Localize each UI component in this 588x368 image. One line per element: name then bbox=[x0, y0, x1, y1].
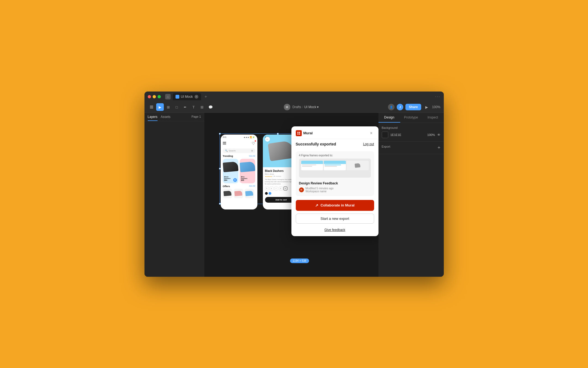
color-blue[interactable] bbox=[269, 192, 271, 195]
offer-item-3[interactable] bbox=[245, 189, 254, 198]
right-panel: Design Prototype Inspect Background 1E1E… bbox=[378, 113, 444, 277]
add-tab-button[interactable]: + bbox=[203, 94, 209, 99]
phone-frame-1: 9:41 ▲▲▲ 📶 🔋 ♡ bbox=[221, 135, 257, 209]
present-button[interactable]: ▶ bbox=[423, 104, 430, 110]
dialog-close-button[interactable]: × bbox=[369, 130, 374, 136]
add-export-button[interactable]: + bbox=[438, 145, 441, 151]
chevron-down-icon: ▾ bbox=[317, 105, 319, 109]
inspect-tab[interactable]: Inspect bbox=[422, 113, 444, 123]
dialog-body: 4 Figma frames exported to: bbox=[291, 149, 378, 236]
add-to-cart-icon[interactable]: + bbox=[233, 178, 237, 182]
left-panel: Layers Assets Page 1 bbox=[144, 113, 204, 277]
background-label: Background bbox=[382, 126, 441, 129]
user-avatar-m: M bbox=[284, 104, 290, 110]
share-button[interactable]: Share bbox=[405, 104, 421, 110]
mural-logo-icon bbox=[296, 130, 302, 136]
product-card-black-dashers[interactable]: BlackDashers $64 + bbox=[223, 159, 238, 183]
color-black[interactable] bbox=[265, 192, 268, 195]
size-7[interactable]: 7 bbox=[274, 187, 278, 190]
mural-export-dialog: Mural × Successfully exported Log out 4 … bbox=[291, 126, 378, 236]
fullscreen-traffic-light[interactable] bbox=[158, 95, 161, 98]
background-opacity[interactable]: 100% bbox=[427, 133, 435, 136]
select-tool[interactable]: ▶ bbox=[156, 103, 164, 111]
export-preview-card: 4 Figma frames exported to: bbox=[296, 151, 374, 196]
svg-rect-3 bbox=[297, 132, 298, 133]
design-tab[interactable]: Design bbox=[378, 113, 400, 123]
search-bar[interactable]: 🔍 Search ⊞ bbox=[223, 148, 255, 153]
traffic-lights bbox=[148, 95, 161, 98]
page-tab[interactable]: Page 1 bbox=[192, 115, 201, 121]
tab-label: UI Mock bbox=[181, 95, 193, 99]
tab-figma-icon bbox=[176, 95, 179, 99]
trending-section: Trending See All bbox=[221, 155, 257, 157]
size-5[interactable]: 5 bbox=[265, 187, 269, 190]
comment-tool[interactable]: 💬 bbox=[207, 103, 214, 111]
eye-icon[interactable]: 👁 bbox=[437, 133, 441, 137]
mural-card-meta: D Modified 5 minutes ago Workspace name bbox=[299, 187, 371, 193]
frames-exported-label: 4 Figma frames exported to: bbox=[296, 151, 374, 159]
mural-card-title: Design Review Feedback bbox=[299, 181, 371, 185]
back-button[interactable]: ← bbox=[265, 137, 270, 142]
start-new-export-button[interactable]: Start a new export bbox=[296, 214, 374, 224]
background-color-hex[interactable]: 1E1E1E bbox=[390, 133, 425, 136]
export-success-text: Successfully exported bbox=[296, 142, 336, 146]
offer-item-1[interactable] bbox=[223, 189, 232, 198]
component-tool[interactable]: ⊞ bbox=[198, 103, 206, 111]
phone-1-screen: 9:41 ▲▲▲ 📶 🔋 ♡ bbox=[221, 135, 257, 209]
dialog-subheader: Successfully exported Log out bbox=[291, 139, 378, 149]
tool-group-left: ▶ ⊞ □ ✒ T ⊞ 💬 bbox=[148, 103, 214, 111]
size-8[interactable]: 8 bbox=[279, 187, 283, 190]
dimension-badge: 1194 × 538 bbox=[290, 258, 309, 263]
size-9[interactable]: 9 bbox=[284, 187, 287, 190]
give-feedback-link[interactable]: Give feedback bbox=[296, 228, 374, 232]
collaborate-button[interactable]: ↗ Collaborate in Mural bbox=[296, 200, 374, 211]
panel-tabs: Layers Assets Page 1 bbox=[144, 113, 204, 121]
product-card-blue-dashers[interactable]: BlueDashers $95 bbox=[240, 159, 255, 183]
shape-tool[interactable]: □ bbox=[173, 103, 181, 111]
background-color-swatch[interactable] bbox=[382, 132, 388, 138]
svg-rect-4 bbox=[299, 132, 300, 133]
right-panel-tabs: Design Prototype Inspect bbox=[378, 113, 444, 123]
log-out-link[interactable]: Log out bbox=[363, 142, 374, 146]
layers-tab[interactable]: Layers bbox=[148, 115, 158, 121]
background-section: Background 1E1E1E 100% 👁 bbox=[378, 123, 444, 142]
collaborate-label: Collaborate in Mural bbox=[321, 203, 355, 207]
canvas-area[interactable]: 9:41 ▲▲▲ 📶 🔋 ♡ bbox=[204, 113, 378, 277]
offers-section: Offers See All bbox=[221, 185, 257, 198]
title-bar: ⌂ UI Mock × + ··· bbox=[144, 92, 444, 102]
mural-title: Mural bbox=[303, 131, 313, 135]
tab-close-button[interactable]: × bbox=[195, 95, 198, 99]
zoom-level[interactable]: 100% bbox=[432, 105, 441, 109]
toolbar-center: M Drafts / UI Mock ▾ bbox=[216, 104, 387, 110]
frame-tool[interactable]: ⊞ bbox=[165, 103, 172, 111]
svg-rect-5 bbox=[297, 133, 298, 135]
assets-tab[interactable]: Assets bbox=[161, 115, 171, 121]
trending-grid: BlackDashers $64 + BlueDashers bbox=[221, 159, 257, 183]
pen-tool[interactable]: ✒ bbox=[181, 103, 189, 111]
offer-item-2[interactable] bbox=[234, 189, 243, 198]
mural-logo: Mural bbox=[296, 130, 313, 136]
size-6[interactable]: 6 bbox=[270, 187, 273, 190]
hamburger-icon bbox=[223, 142, 226, 144]
svg-rect-0 bbox=[150, 106, 153, 106]
window-more-button[interactable]: ··· bbox=[435, 94, 440, 99]
close-traffic-light[interactable] bbox=[148, 95, 151, 98]
layers-tool[interactable] bbox=[148, 103, 155, 111]
product-hero-image bbox=[268, 140, 294, 161]
offer-items bbox=[223, 189, 255, 198]
preview-thumbnail bbox=[299, 159, 371, 178]
text-tool[interactable]: T bbox=[190, 103, 198, 111]
mac-window: ⌂ UI Mock × + ··· ▶ ⊞ □ ✒ T ⊞ 💬 M Drafts… bbox=[144, 92, 444, 277]
toolbar: ▶ ⊞ □ ✒ T ⊞ 💬 M Drafts / UI Mock ▾ 👤 J S… bbox=[144, 102, 444, 113]
breadcrumb-current[interactable]: UI Mock ▾ bbox=[304, 105, 319, 109]
prototype-tab[interactable]: Prototype bbox=[400, 113, 422, 123]
breadcrumb-drafts[interactable]: Drafts bbox=[293, 105, 301, 109]
heart-nav-icon: ♡ bbox=[252, 141, 255, 146]
breadcrumb-separator: / bbox=[302, 105, 303, 109]
dialog-header: Mural × bbox=[291, 126, 378, 139]
export-section: Export + bbox=[378, 142, 444, 154]
home-icon[interactable]: ⌂ bbox=[165, 94, 171, 99]
minimize-traffic-light[interactable] bbox=[153, 95, 156, 98]
ui-mock-tab[interactable]: UI Mock × bbox=[173, 93, 201, 100]
meta-user-avatar: D bbox=[299, 187, 304, 192]
